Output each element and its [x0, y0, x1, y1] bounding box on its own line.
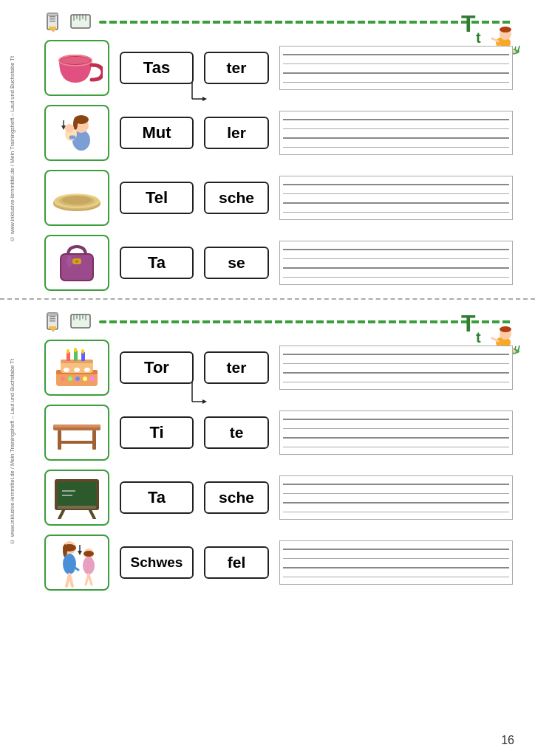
svg-point-20	[500, 27, 511, 32]
suffix-box-4: se	[204, 247, 269, 279]
word-box-6: Ti	[120, 416, 194, 449]
svg-rect-101	[53, 425, 100, 427]
svg-line-125	[89, 574, 92, 585]
line-2	[283, 63, 509, 64]
exercise-row-2: Mut ler	[44, 105, 513, 161]
svg-marker-56	[51, 329, 55, 332]
line-3	[283, 72, 509, 74]
suffix-box-5: ter	[204, 351, 269, 384]
svg-rect-55	[47, 313, 58, 315]
writing-lines-6[interactable]	[279, 410, 513, 455]
ruler-icon	[69, 10, 92, 32]
section-top: © www.inklusive-lernmittel.de / Mein Tra…	[0, 0, 535, 300]
suffix-box-2: ler	[204, 117, 269, 149]
exercise-row-8: Schwes fel	[44, 535, 513, 591]
pic-box-1	[44, 40, 109, 96]
svg-text:T: T	[461, 310, 476, 337]
svg-point-94	[81, 349, 84, 354]
pencil-icon-2	[44, 310, 67, 332]
exercise-row-3: Tel sche	[44, 170, 513, 226]
pic-box-5	[44, 340, 109, 396]
svg-rect-90	[74, 351, 78, 361]
section-header-bottom	[44, 310, 513, 332]
svg-point-93	[74, 348, 77, 352]
svg-point-99	[90, 377, 95, 381]
svg-rect-54	[49, 326, 56, 329]
side-label-top: © www.inklusive-lernmittel.de / Mein Tra…	[4, 0, 19, 298]
header-icons-top	[44, 10, 92, 32]
section-bottom: © www.inklusive-lernmittel.de / Mein Tra…	[0, 300, 535, 604]
word-box-2: Mut	[120, 117, 194, 149]
suffix-box-1: ter	[204, 52, 269, 84]
svg-marker-28	[202, 97, 207, 101]
svg-rect-48	[61, 254, 93, 281]
line-1	[283, 54, 509, 55]
writing-lines-1[interactable]	[279, 46, 513, 90]
svg-point-95	[61, 377, 65, 381]
pic-box-4	[44, 235, 109, 291]
svg-point-96	[68, 377, 72, 381]
header-icons-bottom	[44, 310, 92, 332]
svg-line-109	[59, 510, 64, 519]
svg-text:T: T	[461, 10, 476, 37]
svg-point-98	[83, 377, 87, 381]
section-header-top	[44, 10, 513, 32]
pic-blackboard	[48, 472, 106, 523]
word-box-1: Tas	[120, 52, 194, 84]
exercise-rows-bottom: Tor ter	[44, 340, 513, 591]
svg-point-86	[64, 368, 69, 372]
pic-bag	[48, 238, 106, 288]
pic-box-3	[44, 170, 109, 226]
svg-marker-81	[202, 399, 207, 404]
suffix-box-7: sche	[204, 481, 269, 514]
svg-point-51	[75, 260, 78, 263]
svg-rect-6	[50, 21, 55, 22]
writing-lines-4[interactable]	[279, 241, 513, 285]
writing-lines-7[interactable]	[279, 475, 513, 520]
svg-point-97	[75, 377, 80, 381]
word-box-3: Tel	[120, 182, 194, 214]
svg-point-38	[65, 124, 74, 133]
writing-lines-2[interactable]	[279, 111, 513, 155]
pic-sister	[48, 537, 106, 588]
svg-rect-111	[58, 506, 96, 509]
svg-point-87	[74, 368, 80, 372]
exercise-rows-top: Tas ter	[44, 40, 513, 291]
svg-rect-57	[50, 316, 55, 317]
word-box-5: Tor	[120, 351, 194, 384]
word-box-4: Ta	[120, 247, 194, 279]
ruler-icon-2	[69, 310, 92, 332]
green-divider-top	[99, 21, 513, 24]
svg-rect-58	[50, 318, 55, 320]
svg-point-73	[500, 326, 511, 332]
pic-box-2	[44, 105, 109, 161]
svg-rect-102	[58, 430, 61, 450]
page-number: 16	[501, 734, 514, 747]
svg-line-117	[69, 574, 72, 586]
word-box-8: Schwes	[120, 546, 194, 579]
pic-mother	[48, 108, 106, 158]
svg-marker-120	[78, 551, 82, 555]
svg-point-46	[62, 196, 92, 205]
exercise-row-4: Ta se	[44, 235, 513, 291]
writing-lines-8[interactable]	[279, 540, 513, 585]
pic-table	[48, 408, 106, 458]
svg-point-122	[84, 551, 94, 557]
svg-rect-59	[50, 320, 55, 322]
suffix-box-6: te	[204, 416, 269, 449]
svg-point-52	[67, 255, 72, 267]
svg-marker-3	[51, 30, 55, 32]
writing-lines-5[interactable]	[279, 346, 513, 390]
svg-rect-4	[50, 16, 55, 18]
line-4	[283, 82, 509, 83]
pic-box-8	[44, 535, 109, 591]
svg-point-31	[61, 57, 90, 64]
exercise-row-7: Ta sche	[44, 470, 513, 526]
page: © www.inklusive-lernmittel.de / Mein Tra…	[0, 0, 535, 756]
writing-lines-3[interactable]	[279, 176, 513, 220]
svg-rect-104	[58, 441, 96, 444]
svg-point-92	[67, 349, 69, 354]
svg-rect-5	[50, 18, 55, 20]
svg-rect-2	[47, 13, 58, 16]
svg-rect-106	[58, 482, 96, 507]
